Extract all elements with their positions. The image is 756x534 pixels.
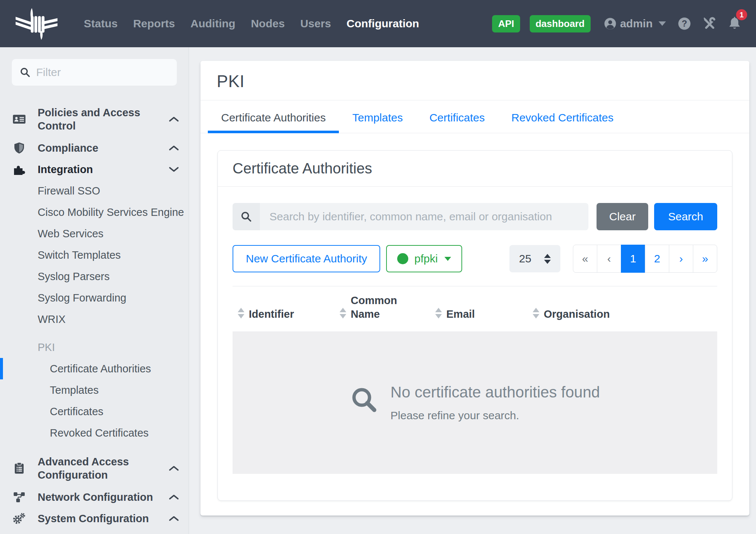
sort-icon [238,308,244,318]
column-header-email[interactable]: Email [430,294,528,321]
sidebar-item-revoked-certificates[interactable]: Revoked Certificates [0,422,189,444]
empty-state: No certificate authorities found Please … [233,331,717,474]
nav-item-configuration[interactable]: Configuration [339,17,427,30]
pagination-last[interactable]: » [693,245,717,273]
panel-body: Certificate Authorities [200,133,749,501]
sort-icon [435,308,442,318]
sidebar-item-integration[interactable]: Integration [0,159,189,180]
column-label: Common Name [351,294,406,321]
ca-dropdown-button[interactable]: pfpki [386,245,462,272]
user-menu[interactable]: admin [604,17,666,30]
chevron-down-icon [169,166,179,173]
tab-certificates[interactable]: Certificates [416,100,498,133]
help-icon[interactable]: ? [678,17,691,30]
nav-item-auditing[interactable]: Auditing [183,17,243,30]
sidebar-item-certificate-authorities[interactable]: Certificate Authorities [0,358,189,379]
sidebar-item-compliance[interactable]: Compliance [0,137,189,159]
chevron-up-icon [169,145,179,151]
sidebar-item-templates[interactable]: Templates [0,379,189,401]
pagination-prev[interactable]: ‹ [597,245,621,273]
id-card-icon [12,114,27,125]
clear-button[interactable]: Clear [597,203,648,230]
search-icon [20,67,30,77]
panel-header: PKI [200,61,749,100]
chevron-up-icon [169,516,179,522]
sidebar-item-wrix[interactable]: WRIX [0,309,189,330]
main-nav: Status Reports Auditing Nodes Users Conf… [76,17,427,30]
sort-icon [533,308,539,318]
column-header-identifier[interactable]: Identifier [233,294,334,321]
sidebar-item-syslog-parsers[interactable]: Syslog Parsers [0,266,189,287]
toolbar: New Certificate Authority pfpki 25 [233,245,717,272]
sidebar-item-label: Network Configuration [38,490,153,504]
sidebar-item-switch-templates[interactable]: Switch Templates [0,244,189,266]
sidebar-item-advanced-access-configuration[interactable]: Advanced Access Configuration [0,450,189,486]
pagination-page-1[interactable]: 1 [621,245,645,273]
nav-item-users[interactable]: Users [292,17,339,30]
pki-panel: PKI Certificate Authorities Templates Ce… [200,61,749,516]
bell-icon[interactable]: 1 [728,17,741,31]
sidebar-item-label: Integration [38,163,93,176]
column-label: Email [446,307,475,321]
card-header: Certificate Authorities [218,151,732,187]
tools-icon[interactable] [703,17,716,30]
sidebar-item-label: Advanced Access Configuration [38,455,165,482]
sidebar-item-firewall-sso[interactable]: Firewall SSO [0,180,189,201]
search-input-group [233,203,588,230]
empty-state-title: No certificate authorities found [391,383,600,401]
caret-down-icon [444,257,451,261]
nav-item-reports[interactable]: Reports [126,17,183,30]
network-icon [12,492,27,503]
card-title: Certificate Authorities [233,160,717,177]
pagination: « ‹ 1 2 › » [573,245,717,273]
caret-down-icon [659,21,666,26]
pagination-page-2[interactable]: 2 [645,245,669,273]
page-title: PKI [217,71,733,91]
sidebar-item-certificates[interactable]: Certificates [0,401,189,422]
empty-state-subtitle: Please refine your search. [391,409,600,422]
clipboard-icon [12,462,27,474]
sidebar-item-policies-and-access-control[interactable]: Policies and Access Control [0,101,189,137]
nav-item-nodes[interactable]: Nodes [243,17,293,30]
sidebar-item-web-services[interactable]: Web Services [0,223,189,244]
app: Status Reports Auditing Nodes Users Conf… [0,0,756,534]
main-content: PKI Certificate Authorities Templates Ce… [189,47,756,534]
api-badge[interactable]: API [492,15,520,32]
user-name: admin [620,17,653,30]
nav-item-status[interactable]: Status [76,17,126,30]
page-size-select[interactable]: 25 [509,245,560,272]
page-size-value: 25 [519,252,531,265]
gears-icon [12,513,27,524]
sidebar-item-syslog-forwarding[interactable]: Syslog Forwarding [0,287,189,309]
sidebar-item-cisco-mobility-services-engine[interactable]: Cisco Mobility Services Engine [0,201,189,223]
sidebar: Policies and Access Control Compliance [0,47,189,534]
pagination-next[interactable]: › [669,245,693,273]
pagination-first[interactable]: « [573,245,597,273]
tab-certificate-authorities[interactable]: Certificate Authorities [208,100,339,133]
magnifier-icon [350,386,378,415]
sidebar-subheader-pki: PKI [0,337,189,358]
column-label: Organisation [544,307,610,321]
column-label: Identifier [249,307,294,321]
sidebar-item-system-configuration[interactable]: System Configuration [0,508,189,529]
search-row: Clear Search [233,203,717,230]
sidebar-filter-input[interactable] [36,66,179,79]
sort-icon [340,308,346,318]
notification-badge: 1 [736,9,747,20]
tab-revoked-certificates[interactable]: Revoked Certificates [498,100,627,133]
stepper-icon [544,254,551,264]
certificate-authorities-card: Certificate Authorities [217,150,732,501]
ca-dropdown-label: pfpki [414,252,437,265]
pki-tabs: Certificate Authorities Templates Certif… [200,100,749,133]
sidebar-item-network-configuration[interactable]: Network Configuration [0,486,189,508]
chevron-up-icon [169,494,179,500]
column-header-organisation[interactable]: Organisation [528,294,717,321]
search-button[interactable]: Search [654,203,717,230]
card-body: Clear Search New Certificate Authority p… [218,187,732,500]
new-certificate-authority-button[interactable]: New Certificate Authority [233,245,380,272]
column-header-common-name[interactable]: Common Name [334,294,430,321]
tab-templates[interactable]: Templates [339,100,416,133]
packetfence-logo-icon[interactable] [15,7,58,40]
search-input[interactable] [260,203,588,230]
dashboard-badge[interactable]: dashboard [530,15,591,32]
